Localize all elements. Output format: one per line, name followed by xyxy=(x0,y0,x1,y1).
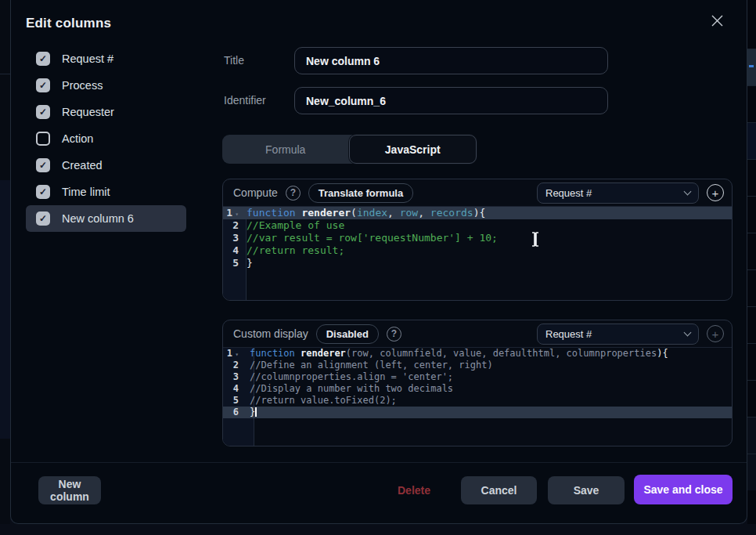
help-icon[interactable]: ? xyxy=(286,186,301,201)
line-number: 2 xyxy=(223,219,240,232)
line-number: 2 xyxy=(223,360,243,371)
column-checklist: ✓Request #✓Process✓RequesterAction✓Creat… xyxy=(26,45,186,232)
new-column-button[interactable]: New column xyxy=(38,476,101,504)
mode-toggle: Formula JavaScript xyxy=(222,135,477,164)
save-and-close-button[interactable]: Save and close xyxy=(634,475,733,504)
code-text: //Define an alignment (left, center, rig… xyxy=(243,360,493,371)
code-line[interactable]: 2//Define an alignment (left, center, ri… xyxy=(223,360,732,371)
column-checkbox-row[interactable]: Action xyxy=(26,125,186,152)
checkbox-unchecked-icon[interactable] xyxy=(36,132,50,146)
line-number: 5 xyxy=(223,395,243,407)
code-text: //return result; xyxy=(240,244,344,257)
column-checkbox-label: Requester xyxy=(62,106,114,118)
column-checkbox-label: Request # xyxy=(62,52,113,65)
tab-javascript[interactable]: JavaScript xyxy=(349,135,477,164)
line-number: 1▾ xyxy=(223,348,243,360)
code-line[interactable]: 1▾function renderer(index, row, records)… xyxy=(223,207,732,219)
custom-display-label: Custom display xyxy=(233,327,308,340)
column-checkbox-label: Action xyxy=(62,132,93,145)
title-input[interactable] xyxy=(294,47,608,74)
title-field-label: Title xyxy=(224,54,244,67)
column-checkbox-row[interactable]: ✓New column 6 xyxy=(26,205,186,232)
line-number: 6 xyxy=(223,407,243,418)
background-page-bottom-strip xyxy=(0,524,756,535)
footer-divider xyxy=(11,462,747,463)
text-caret xyxy=(255,407,257,417)
column-checkbox-row[interactable]: ✓Created xyxy=(26,152,186,179)
insert-column-icon[interactable]: + xyxy=(707,184,724,201)
checkbox-checked-icon[interactable]: ✓ xyxy=(36,78,50,92)
compute-panel: Compute ? Translate formula Request # + … xyxy=(222,179,733,301)
code-text: function renderer(index, row, records){ xyxy=(240,207,485,219)
code-text: //columnproperties.align = 'center'; xyxy=(243,371,453,383)
checkbox-checked-icon[interactable]: ✓ xyxy=(36,158,50,172)
code-line[interactable]: 4//Display a number with two decimals xyxy=(223,383,732,395)
delete-button[interactable]: Delete xyxy=(387,476,441,504)
checkbox-checked-icon[interactable]: ✓ xyxy=(36,211,50,226)
code-line[interactable]: 3//columnproperties.align = 'center'; xyxy=(223,371,732,383)
chevron-down-icon xyxy=(684,328,692,336)
code-text: //Display a number with two decimals xyxy=(243,383,453,395)
background-panel-divider xyxy=(0,0,10,74)
code-line[interactable]: 2//Example of use xyxy=(223,219,732,232)
compute-label: Compute xyxy=(233,186,278,199)
column-checkbox-row[interactable]: ✓Process xyxy=(26,72,186,99)
cancel-button[interactable]: Cancel xyxy=(461,476,537,504)
line-number: 3 xyxy=(223,371,243,383)
background-panel-tint xyxy=(0,180,10,439)
column-checkbox-row[interactable]: ✓Requester xyxy=(26,99,186,125)
custom-display-column-dropdown[interactable]: Request # xyxy=(537,324,699,345)
line-number: 4 xyxy=(223,244,240,257)
column-checkbox-label: Time limit xyxy=(62,186,110,198)
identifier-input[interactable] xyxy=(294,87,608,114)
modal-title: Edit columns xyxy=(26,16,111,31)
tab-formula[interactable]: Formula xyxy=(222,135,349,164)
code-line[interactable]: 5//return value.toFixed(2); xyxy=(223,395,732,407)
code-line[interactable]: 4//return result; xyxy=(223,244,732,257)
background-table-row-highlighted xyxy=(747,49,756,85)
compute-column-dropdown[interactable]: Request # xyxy=(537,183,699,204)
help-icon[interactable]: ? xyxy=(387,327,401,342)
checkbox-checked-icon[interactable]: ✓ xyxy=(36,52,50,66)
disabled-toggle-button[interactable]: Disabled xyxy=(316,324,379,344)
identifier-field-label: Identifier xyxy=(224,94,266,107)
code-text: } xyxy=(240,257,253,269)
code-text: function renderer(row, columnfield, valu… xyxy=(243,348,668,360)
custom-display-code-editor[interactable]: 1▾function renderer(row, columnfield, va… xyxy=(223,348,732,446)
close-icon[interactable] xyxy=(707,11,726,30)
translate-formula-button[interactable]: Translate formula xyxy=(308,183,413,203)
line-number: 3 xyxy=(223,232,240,244)
line-number: 1▾ xyxy=(223,207,240,219)
custom-display-panel: Custom display Disabled ? Request # + 1▾… xyxy=(222,320,733,446)
code-text: //var result = row['requestNumber'] + 10… xyxy=(240,232,498,244)
background-table-strip xyxy=(747,0,756,535)
code-line[interactable]: 3//var result = row['requestNumber'] + 1… xyxy=(223,232,732,244)
code-text: } xyxy=(243,407,257,418)
column-checkbox-label: Created xyxy=(62,159,103,172)
column-checkbox-label: New column 6 xyxy=(62,212,134,225)
checkbox-checked-icon[interactable]: ✓ xyxy=(36,185,50,199)
line-number: 5 xyxy=(223,257,240,269)
compute-code-editor[interactable]: 1▾function renderer(index, row, records)… xyxy=(223,207,732,301)
code-text: //Example of use xyxy=(240,219,344,232)
edit-columns-modal: Edit columns ✓Request #✓Process✓Requeste… xyxy=(10,0,747,524)
code-line[interactable]: 6} xyxy=(223,407,732,418)
save-button[interactable]: Save xyxy=(548,476,625,504)
code-line[interactable]: 5} xyxy=(223,257,732,269)
column-checkbox-label: Process xyxy=(62,79,103,92)
code-text: //return value.toFixed(2); xyxy=(243,395,397,407)
column-checkbox-row[interactable]: ✓Request # xyxy=(26,45,186,72)
background-page-left-strip xyxy=(0,0,10,535)
insert-column-icon[interactable]: + xyxy=(707,325,724,342)
code-line[interactable]: 1▾function renderer(row, columnfield, va… xyxy=(223,348,732,360)
line-number: 4 xyxy=(223,383,243,395)
checkbox-checked-icon[interactable]: ✓ xyxy=(36,105,50,119)
chevron-down-icon xyxy=(684,187,692,195)
fold-arrow-icon[interactable]: ▾ xyxy=(232,349,239,360)
column-checkbox-row[interactable]: ✓Time limit xyxy=(26,179,186,205)
